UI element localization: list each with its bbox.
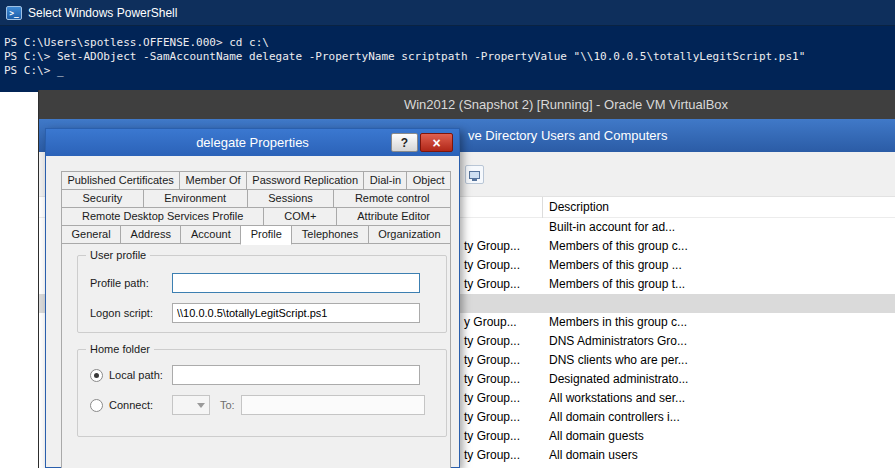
type-cell-text: ty Group... [464, 408, 520, 427]
virtualbox-titlebar[interactable]: Win2012 (Snapshot 2) [Running] - Oracle … [39, 90, 895, 119]
aduc-title: ve Directory Users and Computers [468, 119, 667, 152]
tab-row: GeneralAddressAccountProfileTelephonesOr… [61, 225, 451, 244]
powershell-title: Select Windows PowerShell [28, 6, 177, 20]
tab-row: Published CertificatesMember OfPassword … [61, 171, 451, 190]
console-prompt: PS C:\> [4, 64, 57, 77]
description-cell-text: DNS Administrators Gro... [549, 332, 687, 351]
tab-published-certificates[interactable]: Published Certificates [61, 171, 180, 190]
console-prompt-line: PS C:\> _ [4, 64, 891, 78]
toolbar-button[interactable] [465, 165, 484, 184]
user-profile-groupbox: User profile Profile path: Logon script: [77, 255, 447, 333]
computer-icon [469, 171, 480, 179]
type-cell-text: y Group... [464, 313, 517, 332]
description-cell-text: Members in this group c... [549, 313, 687, 332]
description-cell-text: All domain controllers i... [549, 408, 680, 427]
tab-row: SecurityEnvironmentSessionsRemote contro… [61, 189, 451, 208]
close-button[interactable]: × [420, 133, 453, 152]
profile-path-input[interactable] [172, 273, 420, 293]
help-button[interactable]: ? [391, 133, 418, 152]
profile-path-label: Profile path: [90, 277, 172, 289]
tab-remote-control[interactable]: Remote control [333, 189, 451, 208]
tab-remote-desktop-services-profile[interactable]: Remote Desktop Services Profile [61, 207, 264, 226]
tab-dial-in[interactable]: Dial-in [363, 171, 407, 190]
logon-script-input[interactable] [172, 303, 420, 323]
logon-script-label: Logon script: [90, 307, 172, 319]
description-column-header[interactable]: Description [549, 197, 609, 218]
chevron-down-icon [197, 403, 205, 408]
connect-label: Connect: [109, 399, 172, 411]
description-cell-text: All domain users [549, 446, 638, 465]
tab-telephones[interactable]: Telephones [291, 225, 368, 244]
description-cell-text: All workstations and ser... [549, 389, 685, 408]
powershell-icon: >_ [6, 6, 22, 20]
type-cell-text: ty Group... [464, 256, 520, 275]
tab-strip: Published CertificatesMember OfPassword … [61, 171, 451, 244]
home-folder-groupbox: Home folder Local path: Connect: To: [77, 349, 447, 437]
connect-to-input[interactable] [241, 395, 425, 415]
home-folder-group-label: Home folder [86, 343, 154, 355]
console-line: PS C:\> Set-ADObject -SamAccountName del… [4, 50, 891, 64]
description-cell-text: Built-in account for ad... [549, 218, 675, 237]
powershell-window: >_ Select Windows PowerShell PS C:\Users… [0, 0, 895, 92]
column-divider[interactable] [542, 197, 543, 218]
tab-object[interactable]: Object [406, 171, 451, 190]
tab-com-[interactable]: COM+ [263, 207, 337, 226]
tab-environment[interactable]: Environment [143, 189, 248, 208]
type-cell-text: ty Group... [464, 446, 520, 465]
description-cell-text: DNS clients who are per... [549, 351, 688, 370]
tab-password-replication[interactable]: Password Replication [246, 171, 365, 190]
type-cell-text: ty Group... [464, 389, 520, 408]
tab-profile[interactable]: Profile [240, 225, 292, 245]
tab-address[interactable]: Address [120, 225, 181, 244]
virtualbox-title: Win2012 (Snapshot 2) [Running] - Oracle … [404, 97, 728, 112]
delegate-properties-dialog: delegate Properties ? × Published Certif… [45, 128, 460, 468]
tab-account[interactable]: Account [180, 225, 241, 244]
type-cell-text: ty Group... [464, 275, 520, 294]
local-path-radio[interactable] [90, 369, 103, 382]
tab-row: Remote Desktop Services ProfileCOM+Attri… [61, 207, 451, 226]
description-cell-text: Members of this group ... [549, 256, 682, 275]
type-cell-text: ty Group... [464, 351, 520, 370]
to-label: To: [220, 399, 235, 411]
description-cell-text: Designated administrato... [549, 370, 688, 389]
profile-tab-panel: User profile Profile path: Logon script:… [61, 240, 451, 468]
description-cell-text: Members of this group t... [549, 275, 685, 294]
tab-member-of[interactable]: Member Of [179, 171, 247, 190]
type-cell-text: ty Group... [464, 427, 520, 446]
drive-letter-combobox[interactable] [172, 395, 210, 415]
console-cursor: _ [57, 64, 64, 77]
dialog-titlebar[interactable]: delegate Properties ? × [46, 129, 459, 156]
tab-attribute-editor[interactable]: Attribute Editor [336, 207, 451, 226]
local-path-input[interactable] [172, 365, 420, 385]
type-cell-text: ty Group... [464, 237, 520, 256]
powershell-console[interactable]: PS C:\Users\spotless.OFFENSE.000> cd c:\… [0, 26, 895, 78]
description-cell-text: All domain guests [549, 427, 644, 446]
tab-organization[interactable]: Organization [368, 225, 451, 244]
powershell-titlebar[interactable]: >_ Select Windows PowerShell [0, 0, 895, 26]
local-path-label: Local path: [109, 369, 172, 381]
tab-security[interactable]: Security [61, 189, 144, 208]
dialog-title: delegate Properties [196, 135, 309, 150]
user-profile-group-label: User profile [86, 249, 150, 261]
tab-general[interactable]: General [61, 225, 121, 244]
type-cell-text: ty Group... [464, 332, 520, 351]
console-line: PS C:\Users\spotless.OFFENSE.000> cd c:\ [4, 36, 891, 50]
tab-sessions[interactable]: Sessions [247, 189, 335, 208]
type-cell-text: ty Group... [464, 370, 520, 389]
description-cell-text: Members of this group c... [549, 237, 688, 256]
connect-radio[interactable] [90, 399, 103, 412]
